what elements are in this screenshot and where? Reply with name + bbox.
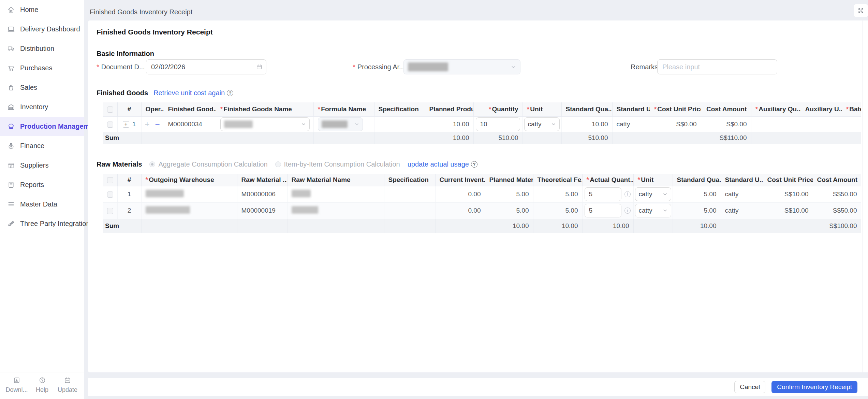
sidebar-download-label: Downl... <box>5 386 28 394</box>
fg-select-all-checkbox[interactable] <box>107 106 113 113</box>
fg-batch-cell <box>842 116 861 132</box>
rm-number-cell: M00000019 <box>237 202 287 219</box>
fg-aux-qty-cell <box>751 116 801 132</box>
rm-standard-qty-cell: 5.00 <box>673 202 721 219</box>
fg-sum-cost-amount: S$110.00 <box>701 132 751 144</box>
required-asterisk <box>527 105 530 113</box>
rm-sum-row: Sum 10.00 10.00 10.00 10.00 S$100.00 <box>103 219 861 233</box>
rm-sum-actual: 10.00 <box>582 219 633 233</box>
fullscreen-button[interactable] <box>854 4 868 17</box>
fg-row-checkbox[interactable] <box>107 122 113 128</box>
fg-specification-cell <box>374 116 425 132</box>
unit-select[interactable]: catty <box>635 187 671 201</box>
fg-col-standard-unit: Standard U... <box>612 102 650 116</box>
formula-name-select <box>318 117 363 131</box>
fg-col-aux-qty: Auxiliary Qu... <box>751 102 801 116</box>
truck-icon <box>7 45 15 53</box>
rm-col-standard-qty: Standard Qua... <box>673 174 721 186</box>
link-icon <box>7 220 15 228</box>
update-actual-usage-link[interactable]: update actual usage <box>408 160 469 168</box>
unit-select[interactable]: catty <box>524 117 560 131</box>
rm-col-standard-unit: Standard U... <box>721 174 763 186</box>
finished-goods-table: # Oper... Finished Good... Finished Good… <box>103 102 861 144</box>
sidebar-item-sales[interactable]: Sales <box>0 78 84 97</box>
add-row-icon[interactable] <box>145 120 150 128</box>
actual-quantity-input[interactable] <box>585 204 621 217</box>
confirm-inventory-receipt-button[interactable]: Confirm Inventory Receipt <box>771 381 857 393</box>
required-asterisk <box>318 105 321 113</box>
sidebar-update-button[interactable]: Update <box>55 376 80 399</box>
sidebar-item-label: Master Data <box>20 200 57 208</box>
fg-sum-row: Sum 10.00 510.00 510.00 S$110.00 <box>103 132 861 144</box>
row-index: 2 <box>117 202 141 219</box>
quantity-input[interactable] <box>476 117 520 131</box>
sidebar-item-finance[interactable]: Finance <box>0 136 84 156</box>
info-icon[interactable] <box>624 191 631 197</box>
help-icon <box>39 376 46 384</box>
rm-header-row: # Outgoing Warehouse Raw Material ... Ra… <box>103 174 861 186</box>
rm-table-row: 2 M00000019 0.00 5.00 5.00 catty 5.00 ca… <box>103 202 861 219</box>
cancel-button[interactable]: Cancel <box>734 381 765 393</box>
sidebar-item-home[interactable]: Home <box>0 0 84 19</box>
rm-row-checkbox[interactable] <box>107 208 113 214</box>
download-icon <box>13 376 20 384</box>
sidebar-item-master-data[interactable]: Master Data <box>0 195 84 214</box>
sidebar-item-suppliers[interactable]: Suppliers <box>0 156 84 175</box>
fg-col-operation: Oper... <box>141 102 164 116</box>
sidebar-item-delivery-dashboard[interactable]: Delivery Dashboard <box>0 19 84 39</box>
monitor-icon <box>7 25 15 33</box>
form-footer: Cancel Confirm Inventory Receipt <box>88 378 868 396</box>
calendar-icon[interactable] <box>256 64 262 70</box>
basic-information-row: Document D... : Processing Ar... : Remar… <box>88 59 868 74</box>
sidebar-item-purchases[interactable]: Purchases <box>0 58 84 78</box>
sidebar-item-distribution[interactable]: Distribution <box>0 39 84 58</box>
rm-sum-standard-qty: 10.00 <box>673 219 721 233</box>
required-asterisk <box>489 105 492 113</box>
fg-col-standard-qty: Standard Qua... <box>561 102 612 116</box>
finished-goods-name-select[interactable] <box>220 117 310 131</box>
sidebar-item-three-party-integration[interactable]: Three Party Integration <box>0 214 84 233</box>
warehouse-icon <box>7 103 15 111</box>
remove-row-icon[interactable] <box>155 120 160 128</box>
rm-theoretical-cell: 5.00 <box>533 186 582 202</box>
breadcrumb-title: Finished Goods Inventory Receipt <box>90 8 192 16</box>
sidebar-item-reports[interactable]: Reports <box>0 175 84 195</box>
finished-goods-header: Finished Goods Retrieve unit cost again <box>97 88 233 97</box>
sidebar-help-button[interactable]: Help <box>30 376 55 399</box>
sidebar-item-label: Finance <box>20 142 44 150</box>
fg-col-specification: Specification <box>374 102 425 116</box>
report-document-icon <box>7 181 15 189</box>
unit-select[interactable]: catty <box>635 204 671 217</box>
required-asterisk <box>146 176 149 184</box>
list-lines-icon <box>7 200 15 208</box>
scrollbar-track[interactable] <box>862 20 863 372</box>
sidebar-download-button[interactable]: Downl... <box>4 376 29 399</box>
rm-theoretical-cell: 5.00 <box>533 202 582 219</box>
retrieve-unit-cost-help-icon[interactable] <box>227 90 233 96</box>
rm-standard-unit-cell: catty <box>721 186 763 202</box>
sidebar-item-label: Suppliers <box>20 161 48 169</box>
rm-col-planned: Planned Mater... <box>485 174 533 186</box>
fg-col-batch: Batch <box>842 102 861 116</box>
rm-select-all-checkbox[interactable] <box>107 177 113 183</box>
rm-warehouse-cell <box>141 186 237 202</box>
redacted-value <box>146 190 184 197</box>
info-icon[interactable] <box>624 208 631 214</box>
update-actual-usage-help-icon[interactable] <box>471 161 477 168</box>
rm-col-index: # <box>117 174 141 186</box>
rm-col-cost-amount: Cost Amount <box>813 174 861 186</box>
rm-current-cell: 0.00 <box>435 186 485 202</box>
actual-quantity-input[interactable] <box>585 187 621 201</box>
sidebar-item-production-management[interactable]: Production Management <box>0 117 84 136</box>
remarks-input[interactable] <box>657 59 777 74</box>
rm-col-actual: Actual Quant... <box>582 174 633 186</box>
rm-row-checkbox[interactable] <box>107 191 113 198</box>
expand-row-button[interactable] <box>123 121 129 128</box>
sidebar-help-label: Help <box>36 386 48 394</box>
sidebar-item-inventory[interactable]: Inventory <box>0 97 84 117</box>
sidebar-update-label: Update <box>58 386 77 394</box>
retrieve-unit-cost-link[interactable]: Retrieve unit cost again <box>153 89 225 97</box>
document-date-input[interactable] <box>146 59 266 74</box>
cart-icon <box>7 64 15 72</box>
fg-col-aux-unit: Auxiliary U... <box>801 102 842 116</box>
